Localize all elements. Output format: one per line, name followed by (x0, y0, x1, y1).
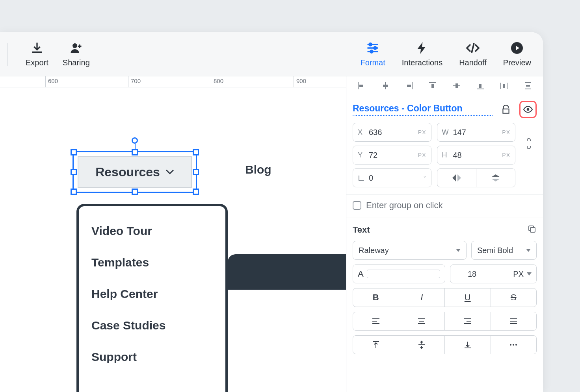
underline-button[interactable]: U (445, 288, 491, 307)
text-align-right-button[interactable] (445, 312, 491, 330)
text-align-bottom-button[interactable] (445, 336, 491, 354)
svg-point-27 (515, 344, 517, 346)
format-label: Format (360, 58, 385, 67)
font-size-input[interactable]: 18 PX (450, 264, 537, 283)
ruler-tick: 600 (45, 76, 58, 87)
angle-icon (358, 174, 365, 181)
svg-rect-11 (429, 82, 436, 83)
h-input[interactable]: H48PX (437, 146, 516, 165)
svg-point-1 (369, 43, 372, 46)
handoff-tab[interactable]: Handoff (459, 41, 487, 67)
svg-rect-22 (526, 85, 530, 87)
dropdown-menu[interactable]: Video Tour Templates Help Center Case St… (76, 204, 228, 392)
font-family-select[interactable]: Raleway (353, 241, 467, 260)
more-options-button[interactable] (491, 336, 537, 354)
svg-rect-5 (358, 82, 359, 89)
align-center-v-icon[interactable] (450, 79, 464, 93)
alignment-row (346, 76, 543, 95)
resources-button-label: Resources (95, 165, 160, 179)
interactions-label: Interactions (402, 58, 442, 67)
sharing-button[interactable]: Sharing (63, 41, 90, 67)
align-top-icon[interactable] (426, 79, 440, 93)
enter-group-label: Enter group on click (366, 200, 442, 211)
text-align-middle-button[interactable] (399, 336, 445, 354)
font-color-input[interactable]: A (353, 264, 445, 283)
dropdown-item[interactable]: Support (91, 350, 213, 364)
svg-rect-9 (412, 82, 413, 89)
selection-bounds[interactable]: Resources (72, 151, 197, 193)
ruler-tick: 700 (128, 76, 141, 87)
svg-point-2 (374, 47, 377, 50)
svg-rect-17 (500, 83, 501, 89)
chevron-down-icon (456, 249, 461, 252)
dropdown-item[interactable]: Case Studies (91, 319, 213, 332)
design-canvas[interactable]: Blog Resources Video Tour Templates Help… (0, 87, 346, 392)
chevron-down-icon (526, 249, 531, 252)
resize-handle-tm[interactable] (132, 149, 138, 155)
italic-button[interactable]: I (399, 288, 445, 307)
svg-rect-15 (477, 89, 484, 89)
lock-button[interactable] (497, 101, 515, 118)
layer-name-input[interactable]: Resources - Color Button (353, 103, 493, 116)
export-button[interactable]: Export (26, 41, 48, 67)
svg-point-0 (72, 43, 77, 48)
svg-rect-16 (479, 84, 481, 88)
flip-vertical-button[interactable] (476, 169, 515, 187)
horizontal-ruler: 600 700 800 900 (0, 76, 346, 87)
interactions-tab[interactable]: Interactions (402, 41, 442, 67)
resize-handle-tr[interactable] (193, 149, 199, 155)
dropdown-item[interactable]: Templates (91, 256, 213, 269)
preview-tab[interactable]: Preview (503, 41, 531, 67)
rotation-input[interactable]: 0° (353, 168, 431, 187)
align-right-icon[interactable] (402, 79, 416, 93)
w-input[interactable]: W147PX (437, 123, 516, 142)
x-input[interactable]: X636PX (353, 123, 431, 142)
distribute-h-icon[interactable] (497, 79, 511, 93)
svg-point-26 (513, 344, 514, 346)
top-toolbar: Export Sharing Format Interactions Hando… (0, 32, 543, 76)
copy-style-button[interactable] (527, 224, 537, 235)
distribute-v-icon[interactable] (521, 79, 535, 93)
resize-handle-mr[interactable] (193, 169, 199, 175)
resize-handle-bl[interactable] (71, 189, 77, 195)
blog-text[interactable]: Blog (245, 163, 271, 176)
bold-button[interactable]: B (353, 288, 399, 307)
align-left-icon[interactable] (354, 79, 368, 93)
text-color-icon: A (358, 269, 364, 279)
dropdown-item[interactable]: Help Center (91, 287, 213, 301)
resize-handle-br[interactable] (193, 189, 199, 195)
y-input[interactable]: Y72PX (353, 146, 431, 165)
chevron-down-icon (527, 272, 532, 276)
font-weight-select[interactable]: Semi Bold (471, 241, 537, 260)
svg-rect-12 (431, 84, 434, 88)
rotation-handle[interactable] (132, 137, 138, 144)
svg-rect-19 (503, 84, 505, 88)
align-bottom-icon[interactable] (473, 79, 487, 93)
resize-handle-ml[interactable] (71, 169, 77, 175)
text-align-justify-button[interactable] (491, 312, 537, 330)
text-align-v-row (353, 335, 537, 354)
text-align-top-button[interactable] (353, 336, 399, 354)
enter-group-checkbox[interactable] (353, 201, 361, 210)
resize-handle-bm[interactable] (132, 189, 138, 195)
dropdown-item[interactable]: Video Tour (91, 224, 213, 238)
text-align-left-button[interactable] (353, 312, 399, 330)
svg-point-3 (370, 50, 373, 53)
svg-rect-24 (530, 227, 535, 232)
resources-button[interactable]: Resources (78, 156, 192, 188)
svg-rect-18 (507, 83, 507, 89)
svg-rect-20 (525, 82, 531, 83)
visibility-toggle[interactable] (519, 101, 537, 118)
format-tab[interactable]: Format (360, 41, 385, 67)
svg-rect-21 (525, 89, 531, 89)
text-align-center-button[interactable] (399, 312, 445, 330)
toolbar-divider (7, 43, 7, 66)
color-swatch[interactable] (367, 270, 440, 278)
dark-shape[interactable] (228, 254, 346, 290)
ruler-tick: 800 (211, 76, 223, 87)
flip-horizontal-button[interactable] (437, 169, 476, 187)
link-dimensions-button[interactable] (521, 137, 537, 150)
resize-handle-tl[interactable] (71, 149, 77, 155)
align-center-h-icon[interactable] (378, 79, 392, 93)
strikethrough-button[interactable]: S (491, 288, 537, 307)
